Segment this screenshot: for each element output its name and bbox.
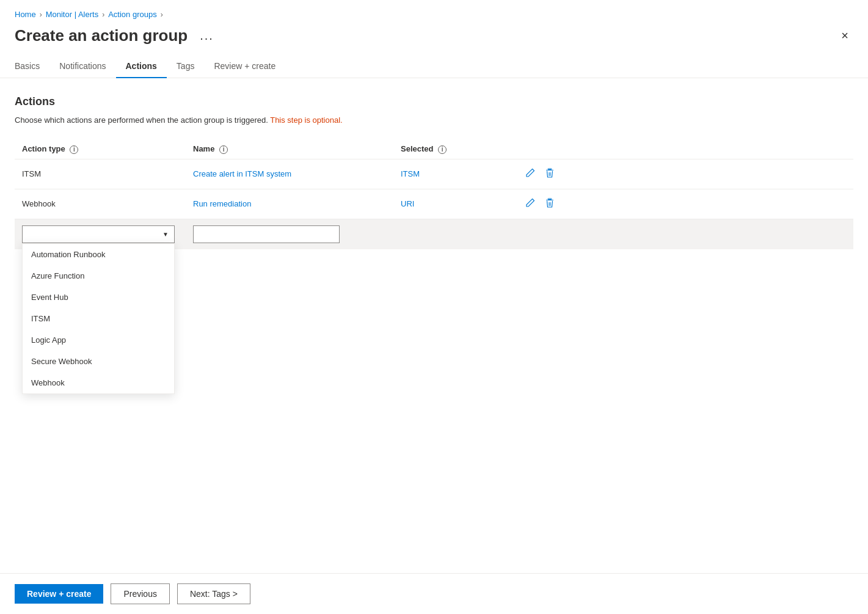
cell-new-name (186, 219, 393, 249)
cell-new-row-actions (516, 219, 853, 249)
svg-rect-0 (548, 169, 552, 170)
name-link-2[interactable]: Run remediation (193, 199, 251, 208)
actions-table: Action type i Name i Selected i ITSM C (15, 139, 853, 249)
tab-notifications[interactable]: Notifications (49, 55, 115, 78)
svg-rect-4 (548, 199, 552, 200)
cell-name-2: Run remediation (186, 189, 393, 219)
col-header-selected: Selected i (393, 139, 516, 159)
svg-rect-5 (546, 200, 553, 200)
cell-row-actions-2 (516, 189, 853, 219)
section-desc: Choose which actions are performed when … (15, 115, 853, 125)
tab-review-create[interactable]: Review + create (204, 55, 285, 78)
breadcrumb-sep-1: › (40, 10, 42, 19)
previous-button[interactable]: Previous (111, 583, 169, 604)
table-row: Webhook Run remediation URI (15, 189, 853, 219)
cell-row-actions-1 (516, 159, 853, 189)
edit-button-1[interactable] (523, 166, 538, 183)
breadcrumb-home[interactable]: Home (15, 10, 36, 19)
cell-selected-2: URI (393, 189, 516, 219)
footer: Review + create Previous Next: Tags > (0, 573, 868, 614)
svg-rect-1 (546, 170, 553, 170)
cell-new-selected (393, 219, 516, 249)
action-type-info-icon[interactable]: i (70, 145, 78, 154)
review-create-button[interactable]: Review + create (15, 584, 103, 604)
section-title: Actions (15, 95, 853, 108)
menu-item-itsm[interactable]: ITSM (23, 308, 174, 329)
cell-action-type-2: Webhook (15, 189, 186, 219)
breadcrumb-monitor[interactable]: Monitor | Alerts (46, 10, 98, 19)
menu-item-secure-webhook[interactable]: Secure Webhook (23, 351, 174, 372)
breadcrumb: Home › Monitor | Alerts › Action groups … (0, 0, 868, 24)
tab-actions[interactable]: Actions (116, 55, 167, 78)
selected-link-1: ITSM (401, 169, 420, 178)
breadcrumb-action-groups[interactable]: Action groups (108, 10, 157, 19)
action-type-dropdown[interactable]: Automation Runbook Azure Function Event … (22, 225, 175, 243)
cell-name-1: Create alert in ITSM system (186, 159, 393, 189)
action-type-dropdown-wrapper: Automation Runbook Azure Function Event … (22, 225, 175, 243)
table-row: ITSM Create alert in ITSM system ITSM (15, 159, 853, 189)
name-link-1[interactable]: Create alert in ITSM system (193, 169, 291, 178)
dropdown-menu: Automation Runbook Azure Function Event … (22, 243, 175, 394)
close-icon: × (841, 29, 848, 43)
breadcrumb-sep-2: › (102, 10, 104, 19)
page-header: Create an action group ... × (0, 24, 868, 55)
new-action-row: Automation Runbook Azure Function Event … (15, 219, 853, 249)
section-desc-optional: This step is optional. (270, 115, 343, 125)
tab-bar: Basics Notifications Actions Tags Review… (0, 55, 868, 78)
col-header-name: Name i (186, 139, 393, 159)
menu-item-event-hub[interactable]: Event Hub (23, 287, 174, 308)
name-info-icon[interactable]: i (219, 145, 228, 154)
menu-item-webhook[interactable]: Webhook (23, 372, 174, 393)
more-options-button[interactable]: ... (195, 26, 219, 45)
menu-item-automation-runbook[interactable]: Automation Runbook (23, 244, 174, 265)
main-content: Actions Choose which actions are perform… (0, 78, 868, 573)
col-header-row-actions (516, 139, 853, 159)
cell-selected-1: ITSM (393, 159, 516, 189)
delete-button-1[interactable] (542, 166, 557, 183)
menu-item-logic-app[interactable]: Logic App (23, 329, 174, 351)
close-button[interactable]: × (836, 26, 853, 45)
edit-button-2[interactable] (523, 196, 538, 213)
tab-basics[interactable]: Basics (15, 55, 49, 78)
breadcrumb-sep-3: › (161, 10, 163, 19)
page-title: Create an action group (15, 26, 188, 45)
new-action-name-input[interactable] (193, 225, 340, 243)
menu-item-azure-function[interactable]: Azure Function (23, 265, 174, 287)
cell-action-type-1: ITSM (15, 159, 186, 189)
delete-button-2[interactable] (542, 196, 557, 213)
col-header-action-type: Action type i (15, 139, 186, 159)
next-tags-button[interactable]: Next: Tags > (177, 583, 250, 604)
page-header-left: Create an action group ... (15, 26, 219, 45)
section-desc-main: Choose which actions are performed when … (15, 115, 268, 125)
selected-link-2: URI (401, 199, 414, 208)
selected-info-icon[interactable]: i (438, 145, 447, 154)
cell-new-action-type: Automation Runbook Azure Function Event … (15, 219, 186, 249)
tab-tags[interactable]: Tags (167, 55, 205, 78)
